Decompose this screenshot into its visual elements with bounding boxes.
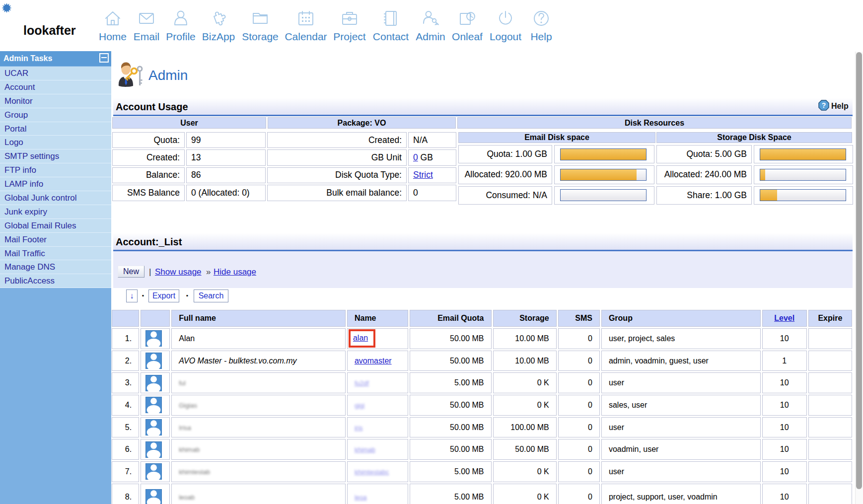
svg-text:?: ?	[822, 101, 826, 109]
